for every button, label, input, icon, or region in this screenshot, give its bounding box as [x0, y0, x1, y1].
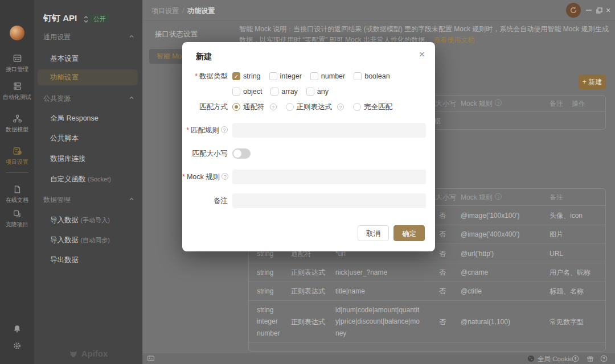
checkbox-icon[interactable]: [232, 88, 240, 96]
new-rule-button[interactable]: + 新建: [579, 75, 606, 89]
docs-link[interactable]: 查看使用文档: [433, 36, 474, 44]
chevron-up-icon[interactable]: [129, 196, 134, 202]
sidebar-item-public-script[interactable]: 公共脚本: [50, 133, 79, 144]
window-minimize-button[interactable]: [584, 6, 593, 15]
rail-item-project-settings[interactable]: 项目设置: [0, 146, 34, 166]
help-icon[interactable]: [495, 100, 502, 106]
checkbox-icon[interactable]: [270, 88, 278, 96]
chevron-up-icon[interactable]: [129, 34, 134, 39]
avatar[interactable]: [10, 26, 24, 40]
sidebar-section-public-resources[interactable]: 公共资源: [43, 94, 71, 104]
project-title[interactable]: 钉钉 API: [43, 13, 77, 24]
sidebar-item-feature-settings[interactable]: 功能设置: [50, 72, 79, 83]
breadcrumb-separator: /: [182, 7, 184, 15]
checkbox-checked-icon[interactable]: ✓: [232, 72, 240, 80]
type-option-integer[interactable]: integer: [269, 71, 302, 82]
clone-project-icon: [13, 209, 22, 218]
cancel-button[interactable]: 取消: [358, 225, 389, 241]
checkbox-icon[interactable]: [269, 72, 277, 80]
sync-button[interactable]: [566, 3, 581, 18]
mode-option-exact[interactable]: 完全匹配: [353, 101, 392, 113]
remark-label: 备注: [182, 196, 228, 206]
checkbox-icon[interactable]: [306, 88, 314, 96]
sidebar-section-data-management[interactable]: 数据管理: [43, 195, 71, 205]
form-row-remark: 备注: [182, 193, 435, 208]
left-rail: 接口管理 自动化测试 数据模型 项目设置 在线文档 克隆项目: [0, 0, 34, 364]
type-option-object[interactable]: object: [232, 86, 262, 97]
window-restore-button[interactable]: [594, 6, 604, 15]
type-option-any[interactable]: any: [306, 86, 329, 97]
help-button[interactable]: [600, 355, 608, 362]
table-row[interactable]: string 正则表达式 title|name 否 @ctitle 标题、名称: [249, 282, 605, 300]
rail-item-online-docs[interactable]: 在线文档: [0, 185, 34, 204]
sync-icon: [569, 6, 577, 14]
mock-rule-input[interactable]: [232, 169, 426, 184]
whats-new-button[interactable]: [587, 355, 594, 362]
rail-item-label: 数据模型: [6, 126, 28, 134]
sidebar-section-general[interactable]: 通用设置: [43, 32, 71, 42]
sidebar-item-export-data[interactable]: 导出数据: [50, 254, 79, 266]
sidebar-item-custom-function[interactable]: 自定义函数 (Socket): [50, 173, 111, 185]
ok-button[interactable]: 确定: [393, 225, 425, 241]
console-button[interactable]: [147, 354, 155, 362]
sidebar-item-db-connection[interactable]: 数据库连接: [50, 153, 86, 164]
table-row-partial: [249, 342, 605, 351]
type-option-boolean[interactable]: boolean: [354, 71, 390, 82]
required-asterisk: *: [195, 72, 198, 80]
required-asterisk: *: [182, 173, 185, 181]
settings-gear-button[interactable]: [13, 341, 22, 350]
checkbox-icon[interactable]: [310, 72, 318, 80]
rail-divider: [6, 172, 28, 173]
chevron-up-icon[interactable]: [129, 95, 134, 101]
help-icon[interactable]: [337, 104, 344, 110]
col-action: 操作: [572, 99, 585, 109]
rail-item-api-management[interactable]: 接口管理: [0, 53, 34, 73]
table-row[interactable]: string integer number 正则表达式 id|num|code|…: [249, 300, 605, 342]
help-icon: [600, 355, 608, 362]
mode-option-wildcard[interactable]: 通配符: [232, 101, 265, 113]
data-type-label: *数据类型: [182, 71, 228, 81]
radio-selected-icon[interactable]: [232, 103, 240, 111]
breadcrumb: 项目设置/功能设置: [151, 6, 215, 16]
modal-title: 新建: [196, 52, 212, 62]
type-option-array[interactable]: array: [270, 86, 297, 97]
mode-option-regex[interactable]: 正则表达式: [286, 101, 333, 113]
mock-rule-label: *Mock 规则: [182, 172, 228, 182]
header-divider: [142, 20, 615, 21]
type-option-string[interactable]: ✓string: [232, 71, 261, 82]
table-row[interactable]: string 正则表达式 nick|user_?name 否 @cname 用户…: [249, 263, 605, 282]
global-cookie-button[interactable]: [527, 355, 535, 362]
item-suffix: (自动同步): [80, 237, 109, 243]
close-icon[interactable]: ×: [419, 49, 425, 60]
data-models-icon: [13, 114, 22, 123]
breadcrumb-parent[interactable]: 项目设置: [151, 7, 179, 15]
rail-item-data-models[interactable]: 数据模型: [0, 114, 34, 134]
breadcrumb-current: 功能设置: [187, 7, 215, 15]
sidebar-item-import-sync[interactable]: 导入数据 (自动同步): [50, 234, 110, 246]
remark-input[interactable]: [232, 193, 426, 208]
help-icon[interactable]: [222, 173, 228, 180]
rail-item-label: 接口管理: [6, 65, 28, 73]
help-icon[interactable]: [270, 104, 277, 110]
radio-icon[interactable]: [353, 103, 361, 111]
project-switcher-updown-icon[interactable]: [83, 15, 89, 23]
form-row-match-mode: 匹配方式 通配符 正则表达式 完全匹配: [182, 101, 435, 113]
notifications-bell-button[interactable]: [13, 324, 22, 333]
sidebar-item-import-manual[interactable]: 导入数据 (手动导入): [50, 214, 110, 226]
api-status-settings-label: 接口状态设置: [155, 30, 198, 39]
window-close-button[interactable]: ×: [604, 6, 613, 15]
help-icon[interactable]: [495, 193, 502, 200]
sidebar-item-global-response[interactable]: 全局 Response: [50, 113, 99, 124]
sidebar-item-basic-settings[interactable]: 基本设置: [50, 53, 79, 64]
col-mock-rule: Mock 规则: [461, 99, 502, 109]
help-icon[interactable]: [221, 126, 228, 133]
checkbox-icon[interactable]: [354, 72, 362, 80]
radio-icon[interactable]: [286, 103, 294, 111]
global-cookie-label[interactable]: 全局 Cookie: [538, 355, 573, 363]
upgrade-button[interactable]: [572, 355, 579, 362]
match-rule-input[interactable]: [232, 123, 426, 138]
type-option-number[interactable]: number: [310, 71, 345, 82]
rail-item-clone-project[interactable]: 克隆项目: [0, 209, 34, 229]
rail-item-automated-testing[interactable]: 自动化测试: [0, 81, 34, 101]
match-case-toggle[interactable]: [232, 148, 251, 159]
